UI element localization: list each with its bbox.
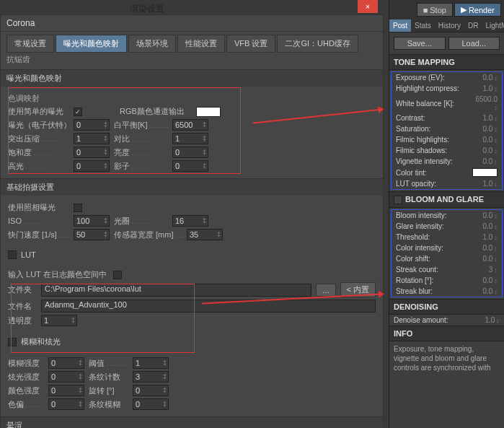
- bloom-row-val[interactable]: 3: [472, 266, 498, 274]
- left-panel: Corona 常规设置 曝光和颜色映射 场景环境 性能设置 VFB 设置 二次G…: [0, 14, 384, 428]
- lut-name-label: 文件名: [8, 301, 37, 312]
- tab-scene[interactable]: 场景环境: [128, 35, 176, 53]
- tab-general[interactable]: 常规设置: [6, 35, 54, 53]
- tone-row-label: Filmic shadows:: [396, 147, 447, 154]
- right-panel: ■Stop ▶Render Post Stats History DR Ligh…: [389, 0, 504, 428]
- fstop-label: 光圈: [114, 216, 168, 227]
- bloom-row-val[interactable]: 0.0: [472, 276, 498, 284]
- tone-group: Exposure (EV):0.0Highlight compress:1.0W…: [391, 71, 503, 190]
- tab-vfb[interactable]: VFB 设置: [226, 35, 275, 53]
- wb-spin[interactable]: 6500: [172, 119, 208, 131]
- tone-row-label: White balance [K]:: [396, 100, 454, 108]
- colshift-spin[interactable]: 0: [48, 398, 84, 410]
- lut-browse-button[interactable]: ...: [316, 284, 335, 297]
- info-text: Exposure, tone mapping, vignette and blo…: [389, 341, 504, 375]
- filmic-hl-spin[interactable]: 0: [74, 160, 110, 172]
- sensor-spin[interactable]: 35: [187, 229, 223, 240]
- sat-spin[interactable]: 0: [74, 147, 110, 158]
- bloom-header[interactable]: BLOOM AND GLARE: [389, 191, 504, 208]
- tab-exposure[interactable]: 曝光和颜色映射: [56, 35, 127, 53]
- lut-opac-label: 透明度: [8, 315, 37, 326]
- glare-int-spin[interactable]: 0: [48, 371, 84, 383]
- main-tabs: 常规设置 曝光和颜色映射 场景环境 性能设置 VFB 设置 二次GI：UHD缓存: [1, 32, 383, 53]
- bloom-row-val[interactable]: 0.0: [472, 255, 498, 263]
- sensor-label: 传感器宽度 [mm]: [114, 230, 182, 240]
- exposure-label: 曝光（电子伏特）: [8, 120, 69, 131]
- bloom-row-val[interactable]: 1.0: [472, 233, 498, 241]
- tone-row-val[interactable]: 1.0: [472, 114, 498, 122]
- fstop-spin[interactable]: 16: [172, 215, 208, 227]
- hl-label: 突出压缩: [8, 134, 69, 144]
- section-cam-title: 基础拍摄设置: [1, 178, 383, 196]
- lut-log-label: 输入 LUT 在日志颜色空间中: [8, 269, 109, 280]
- shutter-spin[interactable]: 50: [74, 229, 110, 240]
- rtab-post[interactable]: Post: [389, 19, 411, 32]
- rot-label: 旋转 [°]: [89, 385, 128, 396]
- window-title: 渲染设置: [130, 3, 164, 15]
- sat-label: 饱和度: [8, 147, 69, 158]
- lut-log-check[interactable]: [113, 271, 122, 279]
- tone-row-label: Highlight compress:: [396, 84, 459, 92]
- use-simple-check[interactable]: ✓: [74, 108, 82, 116]
- exposure-spin[interactable]: 0: [74, 119, 110, 131]
- rgb-out-swatch[interactable]: [196, 107, 221, 117]
- lut-name-select[interactable]: Adanmq_Advantix_100: [41, 300, 376, 313]
- lut-check[interactable]: [8, 250, 17, 259]
- tone-row-val[interactable]: 0.0: [472, 157, 498, 165]
- shadow-spin[interactable]: 0: [172, 160, 208, 172]
- streak-spin[interactable]: 3: [133, 371, 169, 383]
- shutter-label: 快门速度 [1/s]: [8, 230, 69, 240]
- lut-opac-spin[interactable]: 1: [41, 315, 77, 326]
- tone-row-val[interactable]: 0.0: [472, 136, 498, 144]
- rot-spin[interactable]: 0: [133, 385, 169, 396]
- bloom-row-label: Streak count:: [396, 266, 438, 274]
- tab-gi[interactable]: 二次GI：UHD缓存: [277, 35, 358, 53]
- save-button[interactable]: Save...: [394, 37, 446, 50]
- bloom-row-val[interactable]: 0.0: [472, 287, 498, 295]
- tone-row-val[interactable]: 0.0: [472, 74, 498, 82]
- contrast-spin[interactable]: 1: [172, 133, 208, 144]
- iso-spin[interactable]: 100: [74, 215, 110, 227]
- tint-swatch[interactable]: [472, 168, 498, 177]
- render-button[interactable]: ▶Render: [454, 3, 501, 17]
- bloom-check[interactable]: [8, 338, 17, 346]
- hl-spin[interactable]: 1: [74, 133, 110, 144]
- thresh-label: 阈值: [89, 358, 128, 369]
- colint-spin[interactable]: 0: [48, 385, 84, 396]
- bloom-int-spin[interactable]: 0: [48, 357, 84, 369]
- tone-row-label: Saturation:: [396, 125, 430, 133]
- stop-button[interactable]: ■Stop: [417, 3, 453, 17]
- tone-row-label: Filmic highlights:: [396, 136, 449, 144]
- rtab-lightmix[interactable]: LightMix: [482, 19, 504, 32]
- lut-opac-r-label: LUT opacity:: [396, 180, 436, 188]
- subtab-aa[interactable]: 抗锯齿: [1, 53, 383, 69]
- tone-row-val[interactable]: 1.0: [472, 84, 498, 92]
- lut-path-input[interactable]: C:\Program Files\corona\lut: [41, 284, 311, 297]
- bloom-title: 模糊和炫光: [21, 336, 61, 347]
- close-button[interactable]: ×: [358, 0, 378, 13]
- section-expo-title: 曝光和颜色映射: [1, 69, 383, 87]
- wb-label: 白平衡[K]: [114, 120, 168, 131]
- rtab-history[interactable]: History: [435, 19, 464, 32]
- thresh-spin[interactable]: 1: [133, 357, 169, 369]
- load-button[interactable]: Load...: [448, 37, 500, 50]
- rtab-dr[interactable]: DR: [464, 19, 482, 32]
- bright-spin[interactable]: 0: [172, 147, 208, 158]
- bloom-row-val[interactable]: 0.0: [472, 222, 498, 230]
- tone-header: TONE MAPPING: [389, 54, 504, 70]
- bright-label: 亮度: [114, 147, 168, 158]
- bloom-row-val[interactable]: 0.0: [472, 244, 498, 252]
- blur-spin[interactable]: 0: [133, 398, 169, 410]
- denoise-val[interactable]: 1.0: [474, 316, 500, 324]
- tab-perf[interactable]: 性能设置: [177, 35, 225, 53]
- use-cam-check[interactable]: [74, 204, 82, 212]
- lut-opac-r-val[interactable]: 1.0: [472, 180, 498, 188]
- rtab-stats[interactable]: Stats: [411, 19, 435, 32]
- bloom-row-val[interactable]: 0.0: [472, 211, 498, 219]
- tone-row-val[interactable]: 6500.0: [472, 95, 498, 111]
- tone-row-val[interactable]: 0.0: [472, 125, 498, 133]
- filmic-hl-label: 高光: [8, 161, 69, 172]
- colshift-label: 色偏: [8, 399, 44, 410]
- bloom-group: Bloom intensity:0.0Glare intensity:0.0Th…: [391, 209, 503, 297]
- tone-row-val[interactable]: 0.0: [472, 147, 498, 154]
